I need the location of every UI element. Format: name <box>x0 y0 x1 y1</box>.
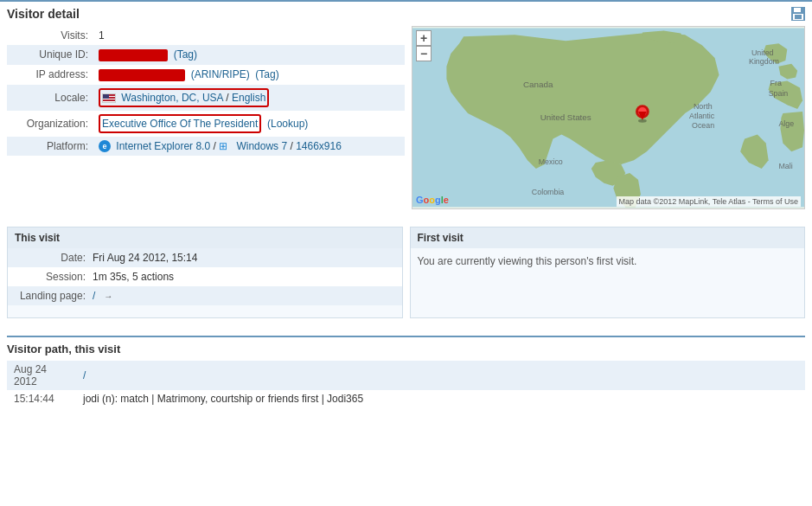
svg-text:Kingdom: Kingdom <box>749 57 779 66</box>
platform-sep1: / <box>213 140 219 152</box>
org-highlight: Executive Office Of The President <box>99 114 261 133</box>
visitor-path-section: Visitor path, this visit Aug 24 2012/15:… <box>0 329 812 414</box>
svg-text:Fra: Fra <box>770 79 782 87</box>
ip-redacted <box>99 69 185 81</box>
locale-value: Washington, DC, USA / English <box>93 85 405 111</box>
locale-row: Locale: Washington, DC, USA / English <box>7 85 405 111</box>
svg-text:United States: United States <box>540 112 591 122</box>
visitor-path-table: Aug 24 2012/15:14:44jodi (n): match | Ma… <box>7 361 805 407</box>
svg-text:Canada: Canada <box>523 80 553 89</box>
svg-text:North: North <box>694 102 713 111</box>
this-visit-header: This visit <box>8 227 402 248</box>
visits-value: 1 <box>93 26 405 45</box>
visits-section: This visit Date: Fri Aug 24 2012, 15:14 … <box>0 220 812 325</box>
page-title: Visitor detail <box>7 7 80 21</box>
svg-point-21 <box>638 119 647 123</box>
locale-highlight: Washington, DC, USA / English <box>99 88 269 107</box>
this-visit-panel: This visit Date: Fri Aug 24 2012, 15:14 … <box>7 227 403 318</box>
locale-label: Locale: <box>7 85 93 111</box>
us-flag-icon <box>102 93 116 103</box>
date-value: Fri Aug 24 2012, 15:14 <box>93 252 197 264</box>
svg-text:Mali: Mali <box>778 162 792 170</box>
org-name-link[interactable]: Executive Office Of The President <box>102 118 258 130</box>
path-row: 15:14:44jodi (n): match | Matrimony, cou… <box>7 390 805 407</box>
svg-text:Alge: Alge <box>778 119 794 128</box>
details-table: Visits: 1 Unique ID: (Tag) IP address: (… <box>7 26 405 156</box>
session-row: Session: 1m 35s, 5 actions <box>8 267 402 286</box>
org-value: Executive Office Of The President (Looku… <box>93 111 405 137</box>
path-row: Aug 24 2012/ <box>7 361 805 390</box>
path-col1: Aug 24 2012 <box>7 361 76 390</box>
first-visit-header: First visit <box>411 227 805 248</box>
path-page-link[interactable]: / <box>83 369 86 381</box>
date-row: Date: Fri Aug 24 2012, 15:14 <box>8 248 402 267</box>
unique-id-label: Unique ID: <box>7 45 93 65</box>
google-logo: Google <box>416 195 449 205</box>
svg-rect-1 <box>794 8 801 12</box>
org-label: Organization: <box>7 111 93 137</box>
visits-row: Visits: 1 <box>7 26 405 45</box>
locale-location-link[interactable]: Washington, DC, USA <box>121 92 223 104</box>
map-zoom-out-button[interactable]: − <box>416 46 432 61</box>
first-visit-panel: First visit You are currently viewing th… <box>410 227 806 318</box>
unique-id-row: Unique ID: (Tag) <box>7 45 405 65</box>
this-visit-body: Date: Fri Aug 24 2012, 15:14 Session: 1m… <box>8 248 402 317</box>
landing-arrow-icon[interactable]: → <box>104 291 112 301</box>
landing-row: Landing page: / → <box>8 286 402 305</box>
windows-icon <box>219 140 231 152</box>
unique-id-tag-link[interactable]: (Tag) <box>174 48 197 61</box>
svg-text:Spain: Spain <box>769 89 789 98</box>
svg-text:Atlantic: Atlantic <box>689 112 715 120</box>
visits-label: Visits: <box>7 26 93 45</box>
svg-text:United: United <box>751 48 774 57</box>
ie-icon: e <box>99 140 111 152</box>
first-visit-body: You are currently viewing this person's … <box>411 248 805 317</box>
platform-row: Platform: e Internet Explorer 8.0 / Wind… <box>7 137 405 157</box>
landing-label: Landing page: <box>15 290 93 302</box>
locale-separator: / <box>226 92 232 104</box>
svg-text:Mexico: Mexico <box>539 157 563 166</box>
org-row: Organization: Executive Office Of The Pr… <box>7 111 405 137</box>
ip-value: (ARIN/RIPE) (Tag) <box>93 65 405 85</box>
path-col1: 15:14:44 <box>7 390 76 407</box>
map-zoom-in-button[interactable]: + <box>416 30 432 46</box>
details-panel: Visits: 1 Unique ID: (Tag) IP address: (… <box>7 26 405 209</box>
browser-link[interactable]: Internet Explorer 8.0 <box>116 140 210 152</box>
ip-row: IP address: (ARIN/RIPE) (Tag) <box>7 65 405 85</box>
section-header: Visitor detail <box>0 0 812 26</box>
unique-id-redacted <box>99 49 168 61</box>
visitor-path-header: Visitor path, this visit <box>7 336 805 355</box>
map-controls: + − <box>416 30 432 61</box>
ip-label: IP address: <box>7 65 93 85</box>
svg-rect-3 <box>795 15 802 19</box>
path-col2: jodi (n): match | Matrimony, courtship o… <box>76 390 805 407</box>
org-lookup-link[interactable]: (Lookup) <box>267 118 308 130</box>
platform-value: e Internet Explorer 8.0 / Windows 7 / 14… <box>93 137 405 157</box>
svg-text:Ocean: Ocean <box>692 121 714 130</box>
resolution-link[interactable]: 1466x916 <box>296 140 342 152</box>
path-col2: / <box>76 361 805 390</box>
locale-language-link[interactable]: English <box>232 92 265 104</box>
map-panel: Canada United States Mexico North Atlant… <box>412 26 805 209</box>
date-label: Date: <box>15 252 93 264</box>
unique-id-value: (Tag) <box>93 45 405 65</box>
landing-value: / → <box>93 290 112 302</box>
top-section: Visits: 1 Unique ID: (Tag) IP address: (… <box>0 26 812 216</box>
os-link[interactable]: Windows 7 <box>236 140 287 152</box>
first-visit-message: You are currently viewing this person's … <box>418 255 637 267</box>
session-value: 1m 35s, 5 actions <box>93 271 174 283</box>
landing-page-link[interactable]: / <box>93 290 95 302</box>
svg-text:Colombia: Colombia <box>532 188 564 196</box>
map-attribution: Map data ©2012 MapLink, Tele Atlas - Ter… <box>617 196 801 207</box>
save-icon[interactable] <box>791 7 805 21</box>
page-container: Visitor detail Visits: 1 Unique ID: <box>0 0 812 414</box>
ip-tag-link[interactable]: (Tag) <box>255 68 278 80</box>
platform-label: Platform: <box>7 137 93 157</box>
ip-arin-ripe-link[interactable]: (ARIN/RIPE) <box>191 68 250 80</box>
session-label: Session: <box>15 271 93 283</box>
map-svg: Canada United States Mexico North Atlant… <box>412 27 804 208</box>
